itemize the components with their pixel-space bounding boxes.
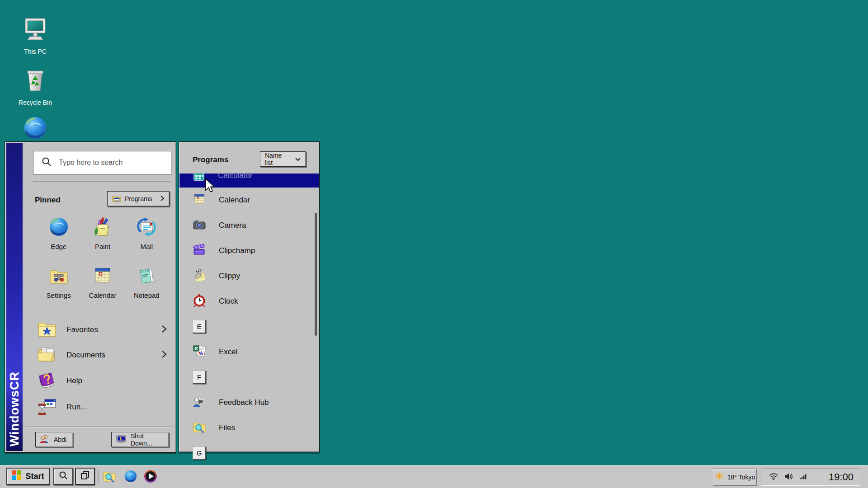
pinned-app-settings[interactable]: Settings (37, 265, 80, 305)
program-item-feedback-hub[interactable]: Feedback Hub (179, 390, 316, 415)
pinned-app-label: Paint (95, 243, 110, 250)
pinned-app-label: Notepad (134, 291, 160, 299)
program-item-clipchamp[interactable]: Clipchamp (179, 238, 316, 263)
taskbar-app-media-player[interactable] (143, 469, 158, 485)
search-icon (42, 157, 52, 169)
user-button-label: Abdi (54, 436, 66, 443)
desktop-icon-recycle-bin[interactable]: Recycle Bin (10, 69, 60, 106)
program-item-label: Camera (219, 221, 246, 230)
taskbar-app-files[interactable] (102, 469, 117, 485)
users-icon (39, 435, 50, 445)
menu-item-label: Help (66, 376, 82, 385)
pinned-app-notepad[interactable]: Notepad (125, 265, 169, 305)
media-player-icon (144, 469, 157, 485)
edge-icon (23, 115, 48, 142)
program-section-g[interactable]: G (179, 441, 316, 466)
task-view-button[interactable] (75, 468, 95, 485)
pinned-app-label: Calendar (89, 291, 117, 299)
notepad-icon (136, 265, 157, 288)
programs-folder-icon (112, 195, 121, 203)
volume-icon (784, 473, 793, 482)
menu-item-help[interactable]: Help (38, 369, 170, 393)
taskbar: Start (0, 465, 868, 488)
pinned-app-edge[interactable]: Edge (37, 216, 80, 256)
user-button[interactable]: Abdi (35, 432, 73, 447)
program-item-clock[interactable]: Clock (179, 289, 316, 314)
divider (33, 181, 170, 182)
clock-icon (193, 294, 206, 309)
program-item-calendar[interactable]: Calendar (179, 188, 316, 213)
feedback-hub-icon (193, 395, 206, 410)
start-button[interactable]: Start (6, 468, 50, 485)
sun-icon (715, 472, 724, 482)
calendar-icon (92, 265, 113, 288)
calendar-icon (193, 192, 206, 208)
clipchamp-icon (193, 243, 206, 258)
program-item-clippy[interactable]: Clippy (179, 263, 316, 289)
letter-key-label: G (197, 449, 202, 457)
programs-button[interactable]: Programs (107, 191, 170, 206)
pinned-app-label: Mail (141, 243, 153, 250)
letter-key-label: F (197, 373, 201, 381)
search-icon (59, 471, 68, 482)
desktop-icon-label: Recycle Bin (19, 99, 52, 106)
programs-button-label: Programs (125, 195, 152, 202)
program-item-files[interactable]: Files (179, 415, 316, 441)
paint-bucket-icon (92, 216, 113, 239)
weather-widget[interactable]: 18° Tokyo (713, 469, 757, 485)
scrollbar-thumb[interactable] (315, 213, 317, 336)
camera-icon (193, 218, 206, 233)
program-section-e[interactable]: E (179, 314, 316, 339)
programs-panel-title: Programs (193, 155, 228, 164)
menu-item-favorites[interactable]: Favorites (38, 318, 170, 342)
cellular-signal-icon (799, 473, 807, 481)
pinned-app-label: Edge (51, 243, 66, 250)
taskbar-search-button[interactable] (53, 468, 73, 485)
calculator-icon (193, 174, 205, 183)
help-book-icon (38, 371, 57, 390)
program-section-f[interactable]: F (179, 365, 316, 390)
system-tray[interactable]: 19:00 (761, 469, 860, 486)
pinned-heading: Pinned (35, 196, 61, 205)
favorites-folder-icon (38, 321, 57, 339)
start-button-label: Start (25, 472, 44, 481)
search-input[interactable] (59, 159, 163, 167)
sort-dropdown[interactable]: Name list (260, 151, 306, 167)
desktop-icon-edge-partial[interactable] (10, 115, 60, 142)
menu-item-label: Documents (66, 351, 105, 360)
chevron-right-icon (160, 195, 165, 203)
start-menu: WindowsCR Pinned (5, 141, 176, 453)
shutdown-button-label: Shut Down... (131, 432, 164, 447)
menu-item-label: Favorites (66, 325, 98, 334)
pinned-app-calendar[interactable]: Calendar (80, 265, 124, 305)
excel-icon (193, 344, 206, 360)
desktop-icon-this-pc[interactable]: This PC (10, 17, 60, 55)
program-item-label: Calculator (218, 174, 253, 180)
shutdown-button[interactable]: Shut Down... (111, 432, 169, 447)
program-item-selected[interactable]: Calculator (179, 174, 319, 188)
clippy-icon (193, 268, 206, 284)
pinned-apps-grid: Edge (37, 216, 169, 305)
menu-item-documents[interactable]: Documents (38, 343, 170, 367)
program-item-excel[interactable]: Excel (179, 339, 316, 365)
menu-item-run[interactable]: Run... (38, 395, 170, 419)
program-item-label: Clipchamp (219, 246, 255, 255)
program-item-label: Clippy (219, 272, 240, 281)
programs-panel: Programs Name list Calculator (179, 141, 320, 452)
files-search-icon (103, 469, 116, 485)
taskbar-app-edge[interactable] (123, 469, 138, 485)
menu-item-label: Run... (66, 403, 87, 412)
recycle-bin-icon (25, 69, 46, 95)
desktop: This PC Recycle Bin (0, 0, 868, 488)
pinned-app-mail[interactable]: Mail (125, 216, 169, 256)
program-item-camera[interactable]: Camera (179, 213, 316, 238)
edge-icon (48, 216, 69, 239)
letter-key-label: E (197, 323, 201, 330)
run-icon (38, 398, 57, 417)
pinned-app-paint[interactable]: Paint (80, 216, 124, 256)
start-menu-content: Pinned Programs (23, 142, 176, 452)
program-item-label: Calendar (219, 196, 250, 205)
start-menu-banner: WindowsCR (6, 143, 23, 451)
documents-folder-icon (38, 346, 57, 365)
search-box[interactable] (33, 151, 171, 174)
